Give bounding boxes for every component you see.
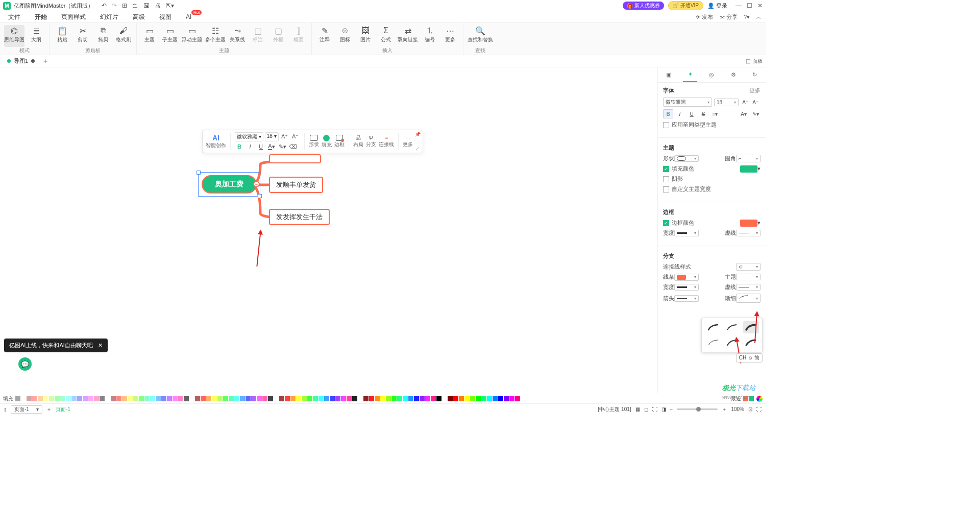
subtopic-button[interactable]: ▭子主题 — [161, 25, 179, 47]
vip-button[interactable]: 🛒 开通VIP — [668, 1, 703, 10]
swatch[interactable] — [369, 396, 374, 401]
align-sp[interactable]: ≡▾ — [710, 109, 720, 118]
swatch[interactable] — [420, 396, 425, 401]
recent-swatch-1[interactable] — [743, 396, 748, 401]
font-grow-button[interactable]: A⁺ — [280, 132, 289, 140]
highlight-button[interactable]: ✎▾ — [278, 142, 287, 151]
taper-opt-4[interactable] — [705, 336, 721, 349]
tab-slides[interactable]: 幻灯片 — [100, 13, 118, 21]
child-topic-3[interactable]: 发发挥发生干法 — [269, 209, 330, 225]
swatch[interactable] — [335, 396, 340, 401]
bold-button[interactable]: B — [235, 142, 244, 151]
topic-button[interactable]: ▭主题 — [141, 25, 158, 47]
swatch[interactable] — [257, 396, 262, 401]
undo-icon[interactable]: ↶ — [102, 2, 107, 9]
swatch[interactable] — [515, 396, 520, 401]
bilink-button[interactable]: ⇄双向链接 — [398, 25, 418, 47]
highlight-sp[interactable]: ✎▾ — [750, 109, 761, 118]
pin-icon[interactable]: 📌 — [415, 132, 421, 137]
toast-close-icon[interactable]: ✕ — [98, 342, 103, 349]
fill-color-swatch[interactable] — [740, 165, 757, 173]
coupon-button[interactable]: 🎁 新人优惠券 — [623, 2, 664, 10]
save-icon[interactable]: 🖫 — [143, 2, 150, 9]
layout-button[interactable]: 品布局 — [353, 134, 363, 149]
swatch[interactable] — [150, 396, 155, 401]
zoom-in-icon[interactable]: ＋ — [722, 406, 727, 413]
open-icon[interactable]: 🗀 — [132, 2, 138, 9]
color-wheel-icon[interactable] — [756, 396, 763, 402]
swatch[interactable] — [251, 396, 256, 401]
swatch[interactable] — [442, 396, 447, 401]
swatch[interactable] — [414, 396, 419, 401]
center-topic[interactable]: 奥加工费 — [202, 175, 257, 194]
swatch[interactable] — [341, 396, 346, 401]
swatch[interactable] — [386, 396, 391, 401]
swatch[interactable] — [32, 396, 37, 401]
swatch[interactable] — [240, 396, 245, 401]
page-select[interactable]: 页面-1▾ — [11, 405, 42, 414]
swatch[interactable] — [139, 396, 144, 401]
swatch[interactable] — [167, 396, 172, 401]
shadow-check[interactable] — [663, 176, 669, 182]
swatch[interactable] — [476, 396, 481, 401]
swatch[interactable] — [43, 396, 48, 401]
swatch[interactable] — [206, 396, 211, 401]
swatch[interactable] — [403, 396, 408, 401]
branchtopic-select[interactable]: ▾ — [736, 274, 761, 280]
bold-sp[interactable]: B — [663, 109, 673, 118]
branch-button[interactable]: Ψ分支 — [366, 135, 376, 148]
swatch[interactable] — [178, 396, 183, 401]
swatch[interactable] — [100, 396, 105, 401]
sp-tab-page[interactable]: ▣ — [662, 68, 676, 82]
maximize-icon[interactable]: ☐ — [747, 2, 752, 9]
copy-button[interactable]: ⧉拷贝 — [94, 25, 112, 47]
swatch[interactable] — [217, 396, 223, 401]
fill-button[interactable]: 填充 — [322, 135, 332, 149]
cut-button[interactable]: ✂剪切 — [74, 25, 91, 47]
tab-ai[interactable]: AIHot — [186, 13, 191, 20]
page-add-icon[interactable]: ＋ — [46, 406, 52, 413]
panel-toggle[interactable]: ◫ 面板 — [746, 58, 763, 65]
fill-check[interactable]: ✓ — [663, 166, 669, 172]
view1-icon[interactable]: ▦ — [635, 406, 640, 412]
linecolor-select[interactable]: ▾ — [674, 274, 699, 281]
swatch[interactable] — [470, 396, 475, 401]
swatch[interactable] — [83, 396, 88, 401]
sp-tab-map[interactable]: ◎ — [704, 68, 719, 82]
swatch[interactable] — [49, 396, 54, 401]
swatch[interactable] — [408, 396, 413, 401]
font-size-select-sp[interactable]: 18▾ — [714, 99, 739, 106]
more-insert-button[interactable]: ⋯更多 — [442, 25, 459, 47]
swatch[interactable] — [105, 396, 110, 401]
font-shrink-sp[interactable]: A⁻ — [750, 98, 761, 107]
view2-icon[interactable]: ◻ — [644, 406, 648, 412]
bordercolor-check[interactable]: ✓ — [663, 220, 669, 226]
zoom-slider[interactable] — [677, 408, 718, 410]
swatch[interactable] — [313, 396, 318, 401]
branchtaper-select[interactable]: ▾ — [736, 294, 761, 303]
minimize-icon[interactable]: — — [736, 2, 742, 9]
swatch[interactable] — [436, 396, 442, 401]
font-shrink-button[interactable]: A⁻ — [291, 132, 300, 140]
ai-create-button[interactable]: AI智能创作 — [206, 134, 226, 149]
swatch[interactable] — [279, 396, 284, 401]
recent-swatch-2[interactable] — [749, 396, 754, 401]
swatch[interactable] — [201, 396, 206, 401]
swatch[interactable] — [330, 396, 335, 401]
font-size-select[interactable]: 18 ▾ — [265, 132, 279, 141]
apply-sametype-check[interactable] — [663, 122, 669, 128]
taper-opt-2[interactable] — [724, 321, 740, 333]
swatch[interactable] — [363, 396, 369, 401]
swatch[interactable] — [347, 396, 352, 401]
tab-home[interactable]: 开始 — [35, 13, 47, 21]
clear-format-button[interactable]: ⌫ — [288, 142, 298, 151]
taper-opt-6[interactable] — [743, 336, 759, 349]
swatch[interactable] — [268, 396, 273, 401]
swatch[interactable] — [66, 396, 71, 401]
swatch[interactable] — [307, 396, 312, 401]
zoom-out-icon[interactable]: − — [670, 406, 673, 412]
swatch[interactable] — [487, 396, 492, 401]
expand-icon[interactable]: ⤢ — [415, 146, 420, 151]
swatch[interactable] — [318, 396, 324, 401]
iconset-button[interactable]: ☺图标 — [336, 25, 354, 47]
